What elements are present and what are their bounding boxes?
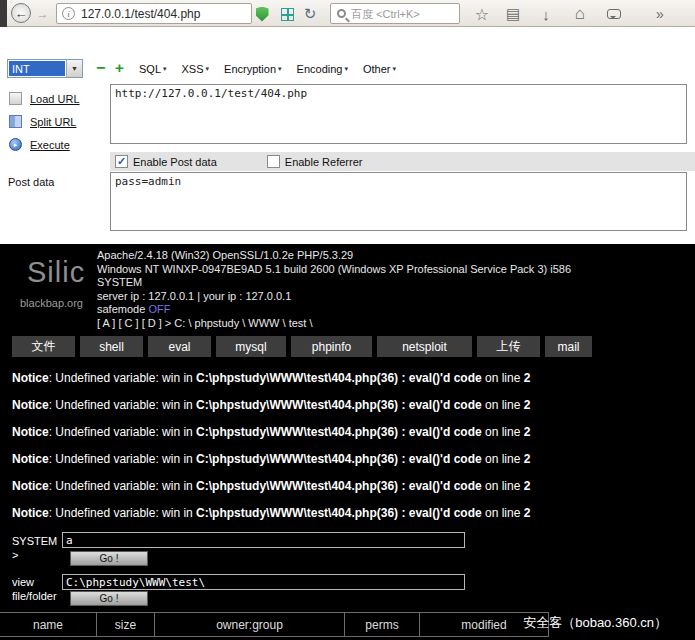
drive-links[interactable]: [ A ] [ C ] [ D ]: [97, 317, 165, 329]
post-data-textarea[interactable]: pass=admin: [110, 172, 687, 231]
refresh-icon: ↻: [304, 5, 317, 23]
chevron-down-icon: ▾: [206, 65, 210, 73]
shrink-button[interactable]: −: [96, 60, 105, 76]
webshell-page: Silic blackbap.org Apache/2.4.18 (Win32)…: [0, 244, 695, 640]
grid-icon: [281, 8, 294, 21]
home-button[interactable]: ⌂: [570, 4, 590, 24]
back-button[interactable]: ←: [11, 3, 31, 23]
back-icon: ←: [15, 6, 28, 21]
nav-files-button[interactable]: 文件: [12, 336, 75, 357]
hackbar-actions: Load URL Split URL ▸ Execute Post data: [0, 82, 110, 244]
nav-mail-button[interactable]: mail: [545, 336, 592, 357]
search-icon: [337, 9, 346, 18]
chevron-down-icon: ▾: [163, 65, 167, 73]
hackbar-menubar: INT ▼ − + SQL▾ XSS▾ Encryption▾ Encoding…: [0, 52, 695, 82]
watermark-text: 安全客（bobao.360.cn）: [523, 614, 667, 632]
home-icon: ⌂: [575, 4, 585, 24]
column-owner-group: owner:group: [155, 613, 345, 636]
downloads-button[interactable]: ↓: [536, 4, 556, 24]
php-notice: Notice: Undefined variable: win in C:\ph…: [12, 446, 530, 473]
menu-other[interactable]: Other▾: [363, 63, 396, 75]
view-go-button[interactable]: Go !: [70, 591, 148, 606]
charset-dropdown[interactable]: INT ▼: [7, 59, 83, 78]
dropdown-selected-value: INT: [9, 61, 65, 76]
split-url-button[interactable]: Split URL: [0, 110, 110, 133]
hackbar-menus: SQL▾ XSS▾ Encryption▾ Encoding▾ Other▾: [139, 63, 396, 75]
nav-phpinfo-button[interactable]: phpinfo: [291, 336, 372, 357]
php-notice: Notice: Undefined variable: win in C:\ph…: [12, 419, 530, 446]
comment-addon-button[interactable]: [604, 4, 624, 24]
url-textarea[interactable]: http://127.0.0.1/test/404.php: [110, 84, 687, 144]
bookmarks-sidebar-button[interactable]: ▤: [503, 4, 523, 24]
safemode-status: OFF: [148, 303, 170, 315]
enable-referrer-checkbox[interactable]: [267, 155, 280, 168]
nav-upload-button[interactable]: 上传: [477, 336, 540, 357]
site-info-icon[interactable]: i: [62, 7, 75, 20]
shell-nav: 文件 shell eval mysql phpinfo netsploit 上传…: [12, 336, 592, 357]
chevron-down-icon: ▾: [278, 65, 282, 73]
php-notice: Notice: Undefined variable: win in C:\ph…: [12, 500, 530, 527]
nav-shell-button[interactable]: shell: [80, 336, 143, 357]
execute-button[interactable]: ▸ Execute: [0, 133, 110, 156]
search-bar[interactable]: [330, 3, 460, 24]
chat-bubble-icon: [607, 9, 621, 19]
file-folder-label: file/folder: [12, 590, 57, 602]
options-bar: ✓ Enable Post data Enable Referrer: [110, 152, 695, 171]
download-icon: ↓: [542, 6, 550, 23]
search-input[interactable]: [351, 8, 451, 20]
path-links[interactable]: > C: \ phpstudy \ WWW \ test \: [165, 317, 313, 329]
view-label: view: [12, 576, 34, 588]
info-apache: Apache/2.4.18 (Win32) OpenSSL/1.0.2e PHP…: [97, 249, 571, 263]
chevron-down-icon: ▾: [344, 65, 348, 73]
command-go-button[interactable]: Go !: [70, 551, 148, 566]
menu-encoding[interactable]: Encoding▾: [297, 63, 348, 75]
execute-icon: ▸: [9, 138, 22, 151]
php-notices: Notice: Undefined variable: win in C:\ph…: [12, 365, 530, 527]
server-info: Apache/2.4.18 (Win32) OpenSSL/1.0.2e PHP…: [97, 249, 571, 331]
info-safemode: safemode OFF: [97, 303, 571, 317]
window-edge: [0, 0, 7, 27]
grow-button[interactable]: +: [115, 60, 124, 76]
chevron-down-icon: ▾: [392, 65, 396, 73]
bookmark-star-button[interactable]: ☆: [472, 4, 492, 24]
check-icon: ✓: [117, 155, 126, 168]
refresh-button[interactable]: ↻: [300, 4, 320, 24]
load-url-icon: [9, 92, 22, 105]
browser-toolbar: ← → i 127.0.0.1/test/404.php ↻ ☆ ▤ ↓ ⌂ »: [0, 0, 695, 27]
load-url-button[interactable]: Load URL: [0, 87, 110, 110]
shield-addon-button[interactable]: [252, 4, 272, 24]
enable-post-checkbox[interactable]: ✓: [115, 155, 128, 168]
shell-logo: Silic: [27, 256, 85, 289]
chevron-more-icon: »: [656, 6, 664, 22]
php-notice: Notice: Undefined variable: win in C:\ph…: [12, 365, 530, 392]
file-table-header: name size owner:group perms modified: [0, 612, 549, 637]
grid-addon-button[interactable]: [277, 4, 297, 24]
info-ip: server ip : 127.0.0.1 | your ip : 127.0.…: [97, 290, 571, 304]
enable-post-label: Enable Post data: [133, 156, 217, 168]
info-user: SYSTEM: [97, 276, 571, 290]
split-url-icon: [9, 115, 22, 128]
nav-eval-button[interactable]: eval: [148, 336, 211, 357]
command-input[interactable]: [62, 532, 465, 548]
toolbar-overflow-button[interactable]: »: [650, 4, 670, 24]
column-perms: perms: [345, 613, 420, 636]
nav-netsploit-button[interactable]: netsploit: [377, 336, 472, 357]
shield-icon: [256, 7, 269, 22]
sidebar-icon: ▤: [506, 5, 520, 23]
column-size: size: [97, 613, 155, 636]
menu-sql[interactable]: SQL▾: [139, 63, 167, 75]
chevron-down-icon[interactable]: ▼: [66, 60, 82, 77]
hackbar-panel: Load URL Split URL ▸ Execute Post data h…: [0, 82, 695, 244]
url-text: 127.0.0.1/test/404.php: [81, 7, 200, 21]
url-bar[interactable]: i 127.0.0.1/test/404.php: [56, 3, 252, 24]
column-name: name: [0, 613, 97, 636]
php-notice: Notice: Undefined variable: win in C:\ph…: [12, 473, 530, 500]
menu-encryption[interactable]: Encryption▾: [224, 63, 282, 75]
view-path-input[interactable]: [62, 574, 465, 590]
forward-button[interactable]: →: [35, 6, 50, 21]
enable-referrer-label: Enable Referrer: [285, 156, 363, 168]
drive-path-line: [ A ] [ C ] [ D ] > C: \ phpstudy \ WWW …: [97, 317, 571, 331]
menu-xss[interactable]: XSS▾: [182, 63, 210, 75]
system-label: SYSTEM: [12, 535, 57, 547]
nav-mysql-button[interactable]: mysql: [216, 336, 286, 357]
